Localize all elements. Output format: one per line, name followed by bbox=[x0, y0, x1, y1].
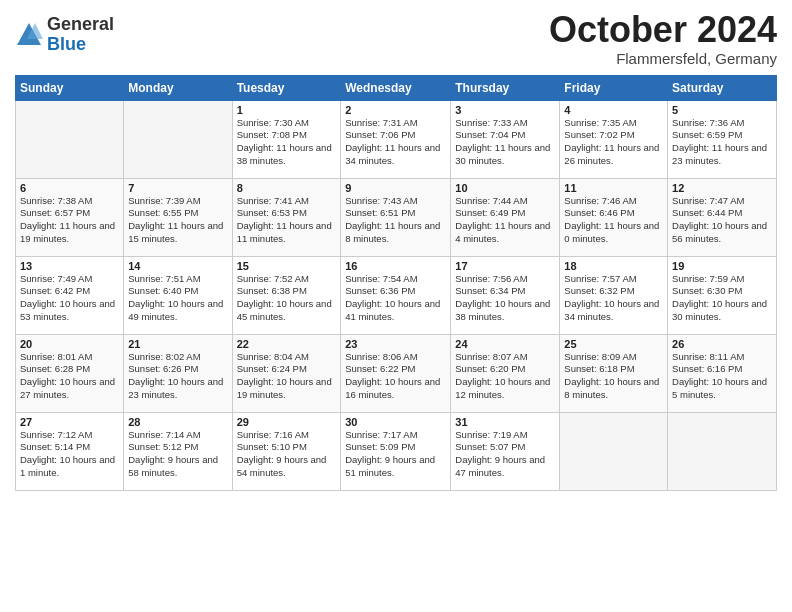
calendar-cell: 15Sunrise: 7:52 AM Sunset: 6:38 PM Dayli… bbox=[232, 256, 341, 334]
weekday-header: Thursday bbox=[451, 75, 560, 100]
day-info: Sunrise: 7:12 AM Sunset: 5:14 PM Dayligh… bbox=[20, 429, 119, 480]
logo: General Blue bbox=[15, 15, 114, 55]
day-info: Sunrise: 7:14 AM Sunset: 5:12 PM Dayligh… bbox=[128, 429, 227, 480]
day-info: Sunrise: 7:35 AM Sunset: 7:02 PM Dayligh… bbox=[564, 117, 663, 168]
month-title: October 2024 bbox=[549, 10, 777, 50]
calendar-cell: 9Sunrise: 7:43 AM Sunset: 6:51 PM Daylig… bbox=[341, 178, 451, 256]
calendar-cell: 28Sunrise: 7:14 AM Sunset: 5:12 PM Dayli… bbox=[124, 412, 232, 490]
calendar-cell: 4Sunrise: 7:35 AM Sunset: 7:02 PM Daylig… bbox=[560, 100, 668, 178]
day-info: Sunrise: 7:44 AM Sunset: 6:49 PM Dayligh… bbox=[455, 195, 555, 246]
page: General Blue October 2024 Flammersfeld, … bbox=[0, 0, 792, 612]
calendar-cell bbox=[16, 100, 124, 178]
calendar-cell: 30Sunrise: 7:17 AM Sunset: 5:09 PM Dayli… bbox=[341, 412, 451, 490]
calendar-cell: 24Sunrise: 8:07 AM Sunset: 6:20 PM Dayli… bbox=[451, 334, 560, 412]
day-info: Sunrise: 8:06 AM Sunset: 6:22 PM Dayligh… bbox=[345, 351, 446, 402]
calendar-week-row: 1Sunrise: 7:30 AM Sunset: 7:08 PM Daylig… bbox=[16, 100, 777, 178]
calendar-cell: 14Sunrise: 7:51 AM Sunset: 6:40 PM Dayli… bbox=[124, 256, 232, 334]
calendar-week-row: 6Sunrise: 7:38 AM Sunset: 6:57 PM Daylig… bbox=[16, 178, 777, 256]
calendar-week-row: 13Sunrise: 7:49 AM Sunset: 6:42 PM Dayli… bbox=[16, 256, 777, 334]
calendar-cell: 27Sunrise: 7:12 AM Sunset: 5:14 PM Dayli… bbox=[16, 412, 124, 490]
day-number: 26 bbox=[672, 338, 772, 350]
title-block: October 2024 Flammersfeld, Germany bbox=[549, 10, 777, 67]
day-info: Sunrise: 8:04 AM Sunset: 6:24 PM Dayligh… bbox=[237, 351, 337, 402]
day-number: 12 bbox=[672, 182, 772, 194]
day-info: Sunrise: 7:54 AM Sunset: 6:36 PM Dayligh… bbox=[345, 273, 446, 324]
day-number: 8 bbox=[237, 182, 337, 194]
calendar-cell: 25Sunrise: 8:09 AM Sunset: 6:18 PM Dayli… bbox=[560, 334, 668, 412]
calendar-cell: 16Sunrise: 7:54 AM Sunset: 6:36 PM Dayli… bbox=[341, 256, 451, 334]
day-number: 14 bbox=[128, 260, 227, 272]
day-number: 16 bbox=[345, 260, 446, 272]
day-number: 10 bbox=[455, 182, 555, 194]
calendar-cell: 12Sunrise: 7:47 AM Sunset: 6:44 PM Dayli… bbox=[668, 178, 777, 256]
calendar-cell: 31Sunrise: 7:19 AM Sunset: 5:07 PM Dayli… bbox=[451, 412, 560, 490]
calendar-cell: 20Sunrise: 8:01 AM Sunset: 6:28 PM Dayli… bbox=[16, 334, 124, 412]
day-info: Sunrise: 7:16 AM Sunset: 5:10 PM Dayligh… bbox=[237, 429, 337, 480]
day-info: Sunrise: 7:59 AM Sunset: 6:30 PM Dayligh… bbox=[672, 273, 772, 324]
day-info: Sunrise: 8:01 AM Sunset: 6:28 PM Dayligh… bbox=[20, 351, 119, 402]
day-number: 15 bbox=[237, 260, 337, 272]
day-info: Sunrise: 7:39 AM Sunset: 6:55 PM Dayligh… bbox=[128, 195, 227, 246]
calendar-week-row: 20Sunrise: 8:01 AM Sunset: 6:28 PM Dayli… bbox=[16, 334, 777, 412]
calendar-cell: 19Sunrise: 7:59 AM Sunset: 6:30 PM Dayli… bbox=[668, 256, 777, 334]
calendar-cell: 7Sunrise: 7:39 AM Sunset: 6:55 PM Daylig… bbox=[124, 178, 232, 256]
day-number: 30 bbox=[345, 416, 446, 428]
day-number: 18 bbox=[564, 260, 663, 272]
calendar-cell bbox=[560, 412, 668, 490]
calendar-week-row: 27Sunrise: 7:12 AM Sunset: 5:14 PM Dayli… bbox=[16, 412, 777, 490]
header: General Blue October 2024 Flammersfeld, … bbox=[15, 10, 777, 67]
day-info: Sunrise: 7:38 AM Sunset: 6:57 PM Dayligh… bbox=[20, 195, 119, 246]
day-number: 7 bbox=[128, 182, 227, 194]
calendar-cell: 29Sunrise: 7:16 AM Sunset: 5:10 PM Dayli… bbox=[232, 412, 341, 490]
day-info: Sunrise: 7:31 AM Sunset: 7:06 PM Dayligh… bbox=[345, 117, 446, 168]
weekday-header: Monday bbox=[124, 75, 232, 100]
day-info: Sunrise: 7:43 AM Sunset: 6:51 PM Dayligh… bbox=[345, 195, 446, 246]
day-number: 27 bbox=[20, 416, 119, 428]
day-number: 29 bbox=[237, 416, 337, 428]
day-number: 22 bbox=[237, 338, 337, 350]
day-number: 3 bbox=[455, 104, 555, 116]
day-number: 1 bbox=[237, 104, 337, 116]
logo-text: General Blue bbox=[47, 15, 114, 55]
day-number: 24 bbox=[455, 338, 555, 350]
day-info: Sunrise: 7:47 AM Sunset: 6:44 PM Dayligh… bbox=[672, 195, 772, 246]
day-number: 20 bbox=[20, 338, 119, 350]
day-info: Sunrise: 7:36 AM Sunset: 6:59 PM Dayligh… bbox=[672, 117, 772, 168]
day-info: Sunrise: 7:49 AM Sunset: 6:42 PM Dayligh… bbox=[20, 273, 119, 324]
day-number: 21 bbox=[128, 338, 227, 350]
calendar: SundayMondayTuesdayWednesdayThursdayFrid… bbox=[15, 75, 777, 491]
weekday-header: Tuesday bbox=[232, 75, 341, 100]
calendar-cell: 17Sunrise: 7:56 AM Sunset: 6:34 PM Dayli… bbox=[451, 256, 560, 334]
day-info: Sunrise: 8:07 AM Sunset: 6:20 PM Dayligh… bbox=[455, 351, 555, 402]
day-info: Sunrise: 7:56 AM Sunset: 6:34 PM Dayligh… bbox=[455, 273, 555, 324]
day-number: 2 bbox=[345, 104, 446, 116]
calendar-cell: 3Sunrise: 7:33 AM Sunset: 7:04 PM Daylig… bbox=[451, 100, 560, 178]
calendar-cell: 6Sunrise: 7:38 AM Sunset: 6:57 PM Daylig… bbox=[16, 178, 124, 256]
logo-blue: Blue bbox=[47, 35, 114, 55]
day-info: Sunrise: 8:11 AM Sunset: 6:16 PM Dayligh… bbox=[672, 351, 772, 402]
calendar-cell: 26Sunrise: 8:11 AM Sunset: 6:16 PM Dayli… bbox=[668, 334, 777, 412]
day-number: 9 bbox=[345, 182, 446, 194]
calendar-cell: 8Sunrise: 7:41 AM Sunset: 6:53 PM Daylig… bbox=[232, 178, 341, 256]
weekday-header: Friday bbox=[560, 75, 668, 100]
calendar-cell: 1Sunrise: 7:30 AM Sunset: 7:08 PM Daylig… bbox=[232, 100, 341, 178]
day-info: Sunrise: 7:57 AM Sunset: 6:32 PM Dayligh… bbox=[564, 273, 663, 324]
weekday-header-row: SundayMondayTuesdayWednesdayThursdayFrid… bbox=[16, 75, 777, 100]
day-info: Sunrise: 7:19 AM Sunset: 5:07 PM Dayligh… bbox=[455, 429, 555, 480]
day-number: 28 bbox=[128, 416, 227, 428]
day-number: 6 bbox=[20, 182, 119, 194]
day-number: 19 bbox=[672, 260, 772, 272]
calendar-cell: 13Sunrise: 7:49 AM Sunset: 6:42 PM Dayli… bbox=[16, 256, 124, 334]
logo-general: General bbox=[47, 15, 114, 35]
calendar-cell: 21Sunrise: 8:02 AM Sunset: 6:26 PM Dayli… bbox=[124, 334, 232, 412]
calendar-cell: 23Sunrise: 8:06 AM Sunset: 6:22 PM Dayli… bbox=[341, 334, 451, 412]
calendar-cell: 10Sunrise: 7:44 AM Sunset: 6:49 PM Dayli… bbox=[451, 178, 560, 256]
logo-icon bbox=[15, 21, 43, 49]
day-info: Sunrise: 7:30 AM Sunset: 7:08 PM Dayligh… bbox=[237, 117, 337, 168]
weekday-header: Wednesday bbox=[341, 75, 451, 100]
calendar-cell: 22Sunrise: 8:04 AM Sunset: 6:24 PM Dayli… bbox=[232, 334, 341, 412]
calendar-cell bbox=[124, 100, 232, 178]
calendar-cell bbox=[668, 412, 777, 490]
calendar-cell: 5Sunrise: 7:36 AM Sunset: 6:59 PM Daylig… bbox=[668, 100, 777, 178]
day-info: Sunrise: 7:52 AM Sunset: 6:38 PM Dayligh… bbox=[237, 273, 337, 324]
